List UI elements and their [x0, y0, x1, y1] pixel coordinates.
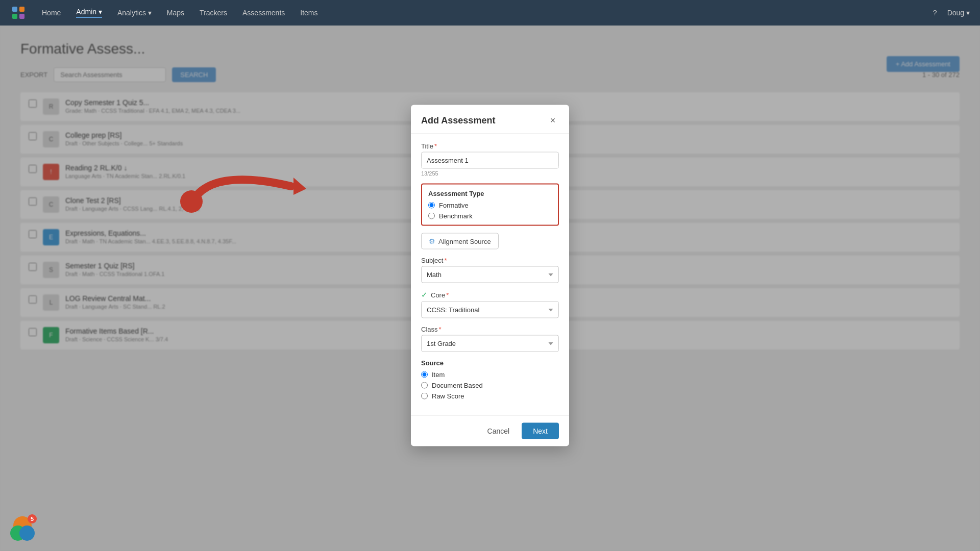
- title-input[interactable]: [421, 152, 559, 169]
- source-radio-group: Item Document Based Raw Score: [421, 371, 559, 400]
- radio-formative-label: Formative: [439, 202, 469, 209]
- modal-body: Title* 13/255 Assessment Type Formative …: [411, 134, 569, 415]
- core-check-icon: ✓: [421, 290, 428, 299]
- svg-rect-0: [12, 7, 17, 12]
- subject-form-group: Subject* Math Language Arts Science Othe…: [421, 257, 559, 283]
- radio-item[interactable]: Item: [421, 371, 559, 379]
- modal-header: Add Assessment ×: [411, 105, 569, 134]
- alignment-source-button[interactable]: ⚙ Alignment Source: [421, 233, 499, 249]
- next-button[interactable]: Next: [522, 423, 559, 439]
- notification-badge: 5: [28, 514, 37, 523]
- nav-trackers[interactable]: Trackers: [200, 9, 227, 17]
- navbar: Home Admin ▾ Analytics ▾ Maps Trackers A…: [0, 0, 980, 26]
- radio-benchmark[interactable]: Benchmark: [428, 212, 552, 220]
- help-icon[interactable]: ?: [933, 9, 937, 17]
- add-assessment-modal: Add Assessment × Title* 13/255 Assessmen…: [411, 105, 569, 446]
- radio-raw-score-label: Raw Score: [432, 392, 464, 400]
- nav-items[interactable]: Items: [300, 9, 317, 17]
- modal-title: Add Assessment: [421, 115, 495, 126]
- nav-home[interactable]: Home: [42, 9, 61, 17]
- class-form-group: Class* 1st Grade 2nd Grade 3rd Grade 4th…: [421, 325, 559, 352]
- radio-document-based[interactable]: Document Based: [421, 382, 559, 389]
- source-form-group: Source Item Document Based Raw Score: [421, 359, 559, 400]
- radio-formative[interactable]: Formative: [428, 202, 552, 209]
- radio-formative-input[interactable]: [428, 202, 435, 209]
- svg-rect-1: [19, 7, 24, 12]
- cancel-button[interactable]: Cancel: [480, 423, 517, 439]
- radio-raw-score-input[interactable]: [421, 393, 428, 399]
- nav-assessments[interactable]: Assessments: [242, 9, 285, 17]
- user-menu[interactable]: Doug ▾: [947, 9, 970, 17]
- class-select[interactable]: 1st Grade 2nd Grade 3rd Grade 4th Grade …: [421, 335, 559, 352]
- nav-right: ? Doug ▾: [933, 9, 970, 17]
- radio-raw-score[interactable]: Raw Score: [421, 392, 559, 400]
- title-form-group: Title* 13/255: [421, 142, 559, 177]
- nav-analytics[interactable]: Analytics ▾: [117, 9, 152, 17]
- nav-maps[interactable]: Maps: [167, 9, 184, 17]
- radio-benchmark-input[interactable]: [428, 213, 435, 219]
- assessment-type-label: Assessment Type: [428, 190, 552, 197]
- radio-benchmark-label: Benchmark: [439, 212, 473, 220]
- bottom-logo[interactable]: 5: [10, 516, 35, 541]
- subject-select[interactable]: Math Language Arts Science Other Subject…: [421, 266, 559, 283]
- alignment-source-label: Alignment Source: [438, 237, 491, 245]
- nav-admin[interactable]: Admin ▾: [76, 8, 102, 18]
- svg-rect-2: [12, 14, 17, 19]
- modal-close-button[interactable]: ×: [547, 114, 559, 127]
- assessment-type-radio-group: Formative Benchmark: [428, 202, 552, 220]
- gear-icon: ⚙: [429, 237, 435, 245]
- svg-rect-3: [19, 14, 24, 19]
- radio-item-label: Item: [432, 371, 445, 379]
- title-label: Title*: [421, 142, 559, 150]
- class-label: Class*: [421, 325, 559, 333]
- core-select[interactable]: CCSS: Traditional TN Academic Standards …: [421, 302, 559, 318]
- source-label: Source: [421, 359, 559, 367]
- radio-item-input[interactable]: [421, 371, 428, 378]
- modal-footer: Cancel Next: [411, 415, 569, 446]
- app-logo[interactable]: [10, 5, 27, 21]
- char-count: 13/255: [421, 170, 559, 177]
- core-form-group: ✓ Core* CCSS: Traditional TN Academic St…: [421, 290, 559, 318]
- core-label: Core*: [431, 291, 449, 298]
- subject-label: Subject*: [421, 257, 559, 264]
- radio-document-label: Document Based: [432, 382, 483, 389]
- assessment-type-box: Assessment Type Formative Benchmark: [421, 184, 559, 226]
- radio-document-input[interactable]: [421, 382, 428, 389]
- core-label-row: ✓ Core*: [421, 290, 559, 299]
